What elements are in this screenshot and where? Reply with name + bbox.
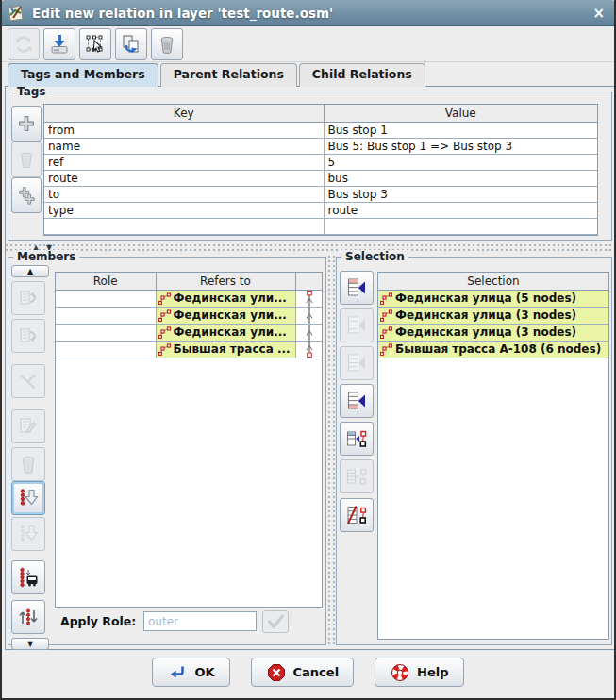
reverse-order-button[interactable] (11, 600, 45, 634)
paste-tags-button[interactable] (11, 177, 42, 213)
tag-row-empty[interactable] (44, 218, 597, 234)
member-row[interactable]: Бывшая трасса ... (56, 341, 322, 358)
member-row[interactable]: Фединская ули... (56, 324, 322, 341)
remove-selected-from-relation-button[interactable] (340, 498, 374, 532)
refresh-icon (12, 33, 35, 56)
split-members-button[interactable] (11, 364, 45, 398)
horizontal-splitter[interactable]: ▲ ▼ (5, 243, 615, 254)
route-sort-icon (17, 566, 40, 589)
way-icon (158, 326, 171, 339)
refresh-button[interactable] (8, 28, 40, 60)
member-role-cell (56, 307, 156, 324)
help-button[interactable]: Help (375, 658, 463, 687)
way-icon (380, 343, 392, 356)
select-objects-icon (345, 465, 368, 488)
copy-member-below-button[interactable] (11, 319, 45, 353)
apply-changes-button[interactable] (43, 28, 75, 60)
titlebar[interactable]: Edit new relation in layer 'test_route.o… (0, 0, 616, 26)
link-icon (296, 308, 323, 324)
tag-row[interactable]: fromBus stop 1 (44, 122, 597, 138)
member-role-cell (56, 341, 156, 358)
selection-row[interactable]: Фединская улица (3 nodes) (378, 307, 608, 324)
select-members-icon (345, 427, 368, 450)
tag-row[interactable]: toBus stop 3 (44, 186, 597, 202)
add-tag-button[interactable] (11, 106, 42, 142)
cancel-button[interactable]: Cancel (251, 658, 355, 687)
trash-icon (156, 33, 178, 56)
cancel-octagon-icon (266, 662, 287, 683)
members-col-link (295, 273, 322, 290)
way-icon (158, 309, 171, 322)
tag-row[interactable]: typeroute (44, 202, 597, 218)
download-selected-members-button[interactable] (11, 517, 45, 551)
tag-row[interactable]: nameBus 5: Bus stop 1 => Bus stop 3 (44, 138, 597, 154)
delete-tag-button[interactable] (11, 142, 42, 177)
move-member-down-button[interactable]: ▼ (11, 638, 49, 650)
help-lifebuoy-icon (390, 662, 410, 683)
selection-row[interactable]: Фединская улица (5 nodes) (378, 290, 608, 307)
download-members-icon (17, 487, 40, 509)
duplicate-relation-button[interactable] (115, 28, 147, 60)
tag-row[interactable]: routebus (44, 170, 597, 186)
select-relation-button[interactable] (79, 28, 111, 60)
way-icon (380, 292, 392, 305)
way-icon (158, 292, 171, 305)
relation-editor-window: Edit new relation in layer 'test_route.o… (0, 0, 616, 700)
tab-child-relations[interactable]: Child Relations (299, 63, 425, 87)
add-selection-at-end-button[interactable] (340, 384, 374, 418)
selection-row[interactable]: Фединская улица (3 nodes) (378, 324, 608, 341)
add-before-icon (345, 314, 368, 337)
vertical-splitter[interactable] (327, 255, 336, 645)
tab-tags-and-members[interactable]: Tags and Members (8, 63, 158, 87)
add-tag-icon (16, 113, 37, 134)
tab-bar: Tags and Members Parent Relations Child … (8, 63, 425, 87)
copy-above-icon (17, 287, 40, 309)
selection-row[interactable]: Бывшая трасса А-108 (6 nodes) (378, 341, 608, 358)
selection-col-header: Selection (378, 273, 608, 290)
close-button[interactable]: × (591, 5, 607, 22)
member-row[interactable]: Фединская ули... (56, 290, 322, 307)
way-icon (380, 309, 392, 322)
copy-member-above-button[interactable] (11, 281, 45, 315)
add-selection-before-button[interactable] (340, 308, 374, 342)
move-member-up-button[interactable]: ▲ (11, 265, 49, 277)
add-selection-at-start-button[interactable] (340, 271, 374, 305)
add-selection-after-button[interactable] (340, 346, 374, 380)
edit-member-button[interactable] (11, 409, 45, 443)
triangle-up-icon: ▲ (27, 267, 33, 275)
apply-role-label: Apply Role: (60, 614, 136, 628)
route-sort-button[interactable] (11, 560, 45, 594)
remove-member-button[interactable] (11, 447, 45, 481)
delete-relation-button[interactable] (151, 28, 183, 60)
ok-button[interactable]: OK (152, 658, 229, 687)
duplicate-icon (120, 33, 142, 56)
tab-parent-relations[interactable]: Parent Relations (160, 63, 297, 87)
link-icon (296, 342, 323, 358)
apply-icon (48, 33, 71, 56)
tags-table-viewport: Key Value fromBus stop 1 nameBus 5: Bus … (43, 104, 598, 236)
ok-return-icon (167, 662, 188, 683)
apply-role-input[interactable] (143, 611, 257, 631)
select-members-from-selection-button[interactable] (340, 422, 374, 456)
member-role-cell (56, 324, 156, 341)
edit-icon (17, 415, 40, 438)
josm-logo-icon (8, 5, 25, 22)
members-col-refers-to: Refers to (156, 273, 295, 290)
apply-role-button[interactable] (262, 610, 289, 633)
member-row[interactable]: Фединская ули... (56, 307, 322, 324)
trash-icon (17, 453, 40, 475)
triangle-down-icon: ▼ (27, 640, 33, 648)
copy-below-icon (17, 325, 40, 347)
select-icon (84, 33, 107, 56)
link-icon (296, 291, 323, 307)
selection-table: Selection Фединская улица (5 nodes) Феди… (378, 273, 608, 358)
members-panel-title: Members (13, 250, 79, 263)
select-objects-of-members-button[interactable] (340, 459, 374, 493)
tags-table: Key Value fromBus stop 1 nameBus 5: Bus … (44, 105, 597, 235)
selection-table-viewport: Selection Фединская улица (5 nodes) Феди… (377, 272, 609, 640)
tag-row[interactable]: ref5 (44, 154, 597, 170)
footer-button-bar: OK Cancel Help (2, 658, 614, 687)
add-at-end-icon (345, 390, 368, 412)
download-members-button[interactable] (11, 481, 45, 515)
download-selected-icon (17, 523, 40, 545)
